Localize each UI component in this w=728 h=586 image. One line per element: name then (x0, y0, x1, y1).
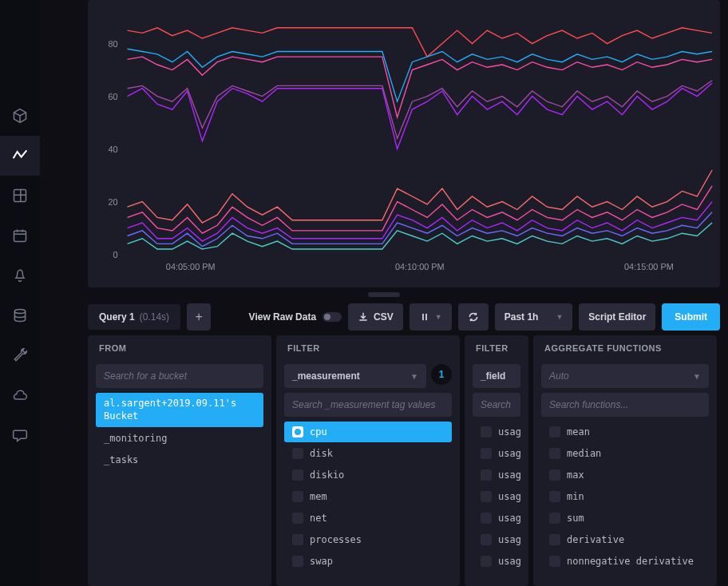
list-item-label: derivative (567, 534, 624, 545)
measurement-search-input[interactable] (284, 393, 452, 417)
list-item[interactable]: _monitoring (96, 428, 263, 449)
svg-text:04:10:00 PM: 04:10:00 PM (395, 262, 445, 271)
checkbox (549, 556, 560, 567)
list-item[interactable]: usage_g (473, 443, 520, 464)
chat-icon (12, 427, 28, 443)
measurement-select[interactable]: _measurement ▼ (284, 364, 426, 388)
list-item-label: al.sargent+2019.09.11's Bucket (104, 398, 255, 422)
pause-icon (419, 311, 430, 323)
list-item[interactable]: usage_s (473, 551, 520, 572)
submit-button[interactable]: Submit (662, 303, 720, 331)
list-item[interactable]: processes (284, 529, 452, 550)
chevron-down-icon: ▼ (693, 372, 701, 381)
sidebar-item-cube[interactable] (0, 96, 40, 136)
list-item[interactable]: sum (541, 508, 709, 529)
list-item-label: median (567, 448, 601, 459)
query-tab-time: (0.14s) (140, 311, 169, 323)
from-panel: FROM al.sargent+2019.09.11's Bucket_moni… (88, 335, 271, 586)
measurement-list: cpudiskdiskiomemnetprocessesswap (284, 422, 452, 578)
sidebar-item-chat[interactable] (0, 415, 40, 455)
from-header: FROM (96, 343, 263, 353)
svg-text:20: 20 (109, 197, 118, 207)
wrench-icon (12, 347, 28, 363)
field-select[interactable]: _field (473, 364, 520, 388)
calendar-icon (12, 228, 28, 244)
script-editor-button[interactable]: Script Editor (579, 303, 655, 331)
list-item[interactable]: mean (541, 422, 709, 442)
svg-text:60: 60 (109, 92, 118, 101)
svg-text:04:05:00 PM: 04:05:00 PM (166, 262, 216, 271)
list-item[interactable]: al.sargent+2019.09.11's Bucket (96, 393, 263, 427)
list-item-label: sum (567, 513, 584, 524)
list-item[interactable]: derivative (541, 529, 709, 550)
checkbox (481, 491, 492, 502)
list-item[interactable]: max (541, 465, 709, 485)
toggle-switch[interactable] (322, 312, 342, 322)
time-range-dropdown[interactable]: Past 1h ▼ (495, 303, 573, 331)
bucket-search-input[interactable] (96, 364, 263, 388)
list-item-label: usage_n (498, 534, 520, 545)
list-item[interactable]: diskio (284, 465, 452, 485)
list-item[interactable]: mem (284, 486, 452, 507)
sidebar-item-bell[interactable] (0, 255, 40, 295)
query-builder: FROM al.sargent+2019.09.11's Bucket_moni… (88, 335, 720, 586)
sidebar-item-graph[interactable] (0, 136, 40, 176)
list-item[interactable]: min (541, 486, 709, 507)
list-item[interactable]: usage_i (473, 486, 520, 507)
list-item-label: _monitoring (104, 433, 167, 444)
list-item-label: disk (310, 448, 333, 459)
svg-text:0: 0 (113, 250, 118, 259)
line-chart[interactable]: 020406080 04:05:00 PM04:10:00 PM04:15:00… (88, 0, 720, 287)
cube-icon (12, 108, 28, 124)
bucket-list: al.sargent+2019.09.11's Bucket_monitorin… (96, 393, 263, 578)
svg-point-2 (14, 310, 25, 314)
list-item[interactable]: usage_n (473, 529, 520, 550)
filter-measurement-panel: FILTER _measurement ▼ 1 cpudiskdiskiomem… (276, 335, 460, 586)
list-item-label: swap (310, 556, 333, 567)
function-search-input[interactable] (541, 393, 709, 417)
csv-button[interactable]: CSV (348, 303, 403, 331)
pause-dropdown-button[interactable]: ▼ (410, 303, 452, 331)
svg-rect-1 (14, 231, 26, 241)
sidebar-item-grid[interactable] (0, 176, 40, 216)
checkbox (481, 469, 492, 481)
list-item[interactable]: median (541, 443, 709, 464)
sidebar-item-wrench[interactable] (0, 335, 40, 375)
list-item[interactable]: usage_i (473, 465, 520, 485)
list-item[interactable]: usage_i (473, 508, 520, 529)
checkbox (549, 448, 560, 459)
sidebar-item-cloud[interactable] (0, 375, 40, 415)
sidebar-item-disks[interactable] (0, 295, 40, 335)
list-item[interactable]: disk (284, 443, 452, 464)
refresh-button[interactable] (458, 303, 489, 331)
list-item[interactable]: usage_g (473, 422, 520, 442)
panel-resize-handle[interactable] (368, 292, 400, 297)
filter-header: FILTER (473, 343, 520, 353)
add-query-button[interactable]: + (187, 303, 211, 331)
main-content: 020406080 04:05:00 PM04:10:00 PM04:15:00… (40, 0, 728, 586)
list-item-label: min (567, 491, 584, 502)
download-icon (358, 311, 369, 323)
list-item[interactable]: net (284, 508, 452, 529)
checkbox (292, 448, 303, 459)
list-item-label: _tasks (104, 454, 138, 465)
list-item[interactable]: cpu (284, 422, 452, 442)
field-search-input[interactable] (473, 393, 520, 417)
list-item-label: mean (567, 426, 590, 438)
aggregate-select[interactable]: Auto ▼ (541, 364, 709, 388)
list-item[interactable]: swap (284, 551, 452, 572)
nav-sidebar (0, 0, 40, 586)
chevron-down-icon: ▼ (556, 313, 563, 321)
list-item-label: usage_g (498, 448, 520, 459)
list-item-label: usage_i (498, 469, 520, 481)
svg-text:80: 80 (109, 39, 118, 49)
list-item[interactable]: _tasks (96, 449, 263, 470)
checkbox (292, 534, 303, 545)
list-item-label: usage_i (498, 513, 520, 524)
view-raw-data-toggle[interactable]: View Raw Data (249, 311, 342, 323)
query-toolbar: Query 1 (0.14s) + View Raw Data CSV ▼ Pa… (88, 303, 720, 331)
query-tab[interactable]: Query 1 (0.14s) (88, 304, 180, 330)
list-item[interactable]: nonnegative derivative (541, 551, 709, 572)
sidebar-item-calendar[interactable] (0, 216, 40, 255)
grid-icon (12, 188, 28, 204)
